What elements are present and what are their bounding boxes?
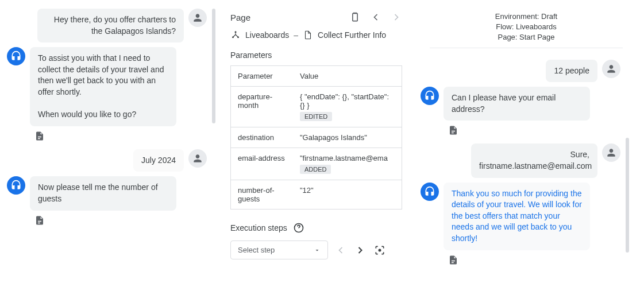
document-icon — [448, 125, 458, 135]
user-avatar — [602, 143, 620, 162]
document-icon — [34, 215, 45, 226]
message-bubble: July 2024 — [133, 149, 184, 172]
headset-icon — [424, 90, 435, 102]
table-row: destination "Galapagos Islands" — [231, 127, 402, 148]
table-row: email-address "firstname.lastname@emaADD… — [231, 148, 402, 180]
help-icon[interactable] — [293, 222, 304, 234]
step-prev-icon[interactable] — [335, 245, 346, 256]
caret-down-icon — [314, 247, 321, 254]
message-bubble: Hey there, do you offer charters to the … — [37, 9, 184, 42]
chevron-right-icon[interactable] — [391, 11, 402, 23]
message-bubble: 12 people — [546, 60, 597, 83]
table-row: number-of-guests "12" — [231, 180, 402, 209]
page-icon — [303, 30, 313, 40]
chat-message-user: Hey there, do you offer charters to the … — [7, 9, 218, 42]
chat-message-user: 12 people — [421, 60, 632, 83]
user-avatar — [602, 60, 620, 78]
select-step-dropdown[interactable]: Select step — [230, 240, 328, 259]
headset-icon — [10, 51, 22, 62]
user-avatar — [188, 149, 207, 168]
table-header-param: Parameter — [231, 66, 293, 87]
attachment-row — [421, 125, 632, 135]
breadcrumb: Liveaboards – Collect Further Info — [230, 30, 402, 40]
breadcrumb-separator: – — [294, 30, 298, 40]
breadcrumb-flow[interactable]: Liveaboards — [245, 30, 289, 40]
flow-icon — [230, 30, 241, 40]
focus-icon[interactable] — [374, 245, 385, 256]
message-bubble: Now please tell me the number of guests — [30, 176, 176, 210]
attachment-row — [421, 255, 632, 265]
chat-message-bot: Thank you so much for providing the deta… — [421, 183, 632, 250]
message-bubble: Thank you so much for providing the deta… — [444, 183, 590, 250]
parameters-label: Parameters — [230, 51, 402, 60]
parameters-table: Parameter Value departure-month { "endDa… — [230, 65, 402, 209]
chat-message-user: July 2024 — [7, 149, 218, 172]
person-icon — [606, 147, 617, 158]
chat-message-bot: To assist you with that I need to collec… — [7, 47, 218, 126]
page-header-label: Page — [230, 13, 250, 22]
bot-avatar — [7, 47, 25, 65]
table-header-value: Value — [293, 66, 402, 87]
clipboard-icon[interactable] — [349, 11, 361, 23]
message-bubble: Sure, firstname.lastname@email.com — [471, 143, 597, 177]
person-icon — [192, 153, 203, 164]
svg-point-5 — [379, 249, 380, 251]
person-icon — [606, 63, 617, 75]
chat-message-bot: Can I please have your email address? — [421, 87, 632, 121]
headset-icon — [424, 186, 435, 197]
attachment-row — [7, 215, 218, 226]
person-icon — [192, 12, 203, 24]
breadcrumb-page[interactable]: Collect Further Info — [318, 30, 386, 40]
chip-added: ADDED — [300, 165, 331, 174]
document-icon — [34, 131, 45, 141]
svg-rect-0 — [353, 13, 357, 21]
user-avatar — [188, 9, 207, 27]
headset-icon — [10, 180, 22, 191]
message-bubble: To assist you with that I need to collec… — [30, 47, 176, 126]
table-row: departure-month { "endDate": {}, "startD… — [231, 87, 402, 127]
chevron-left-icon[interactable] — [370, 11, 381, 23]
execution-steps-label: Execution steps — [230, 223, 287, 232]
bot-avatar — [421, 183, 439, 201]
step-next-icon[interactable] — [354, 245, 366, 256]
debug-panel: Page Liveaboards – Collect Further Info … — [218, 0, 414, 291]
svg-point-1 — [235, 31, 237, 33]
scrollbar[interactable] — [626, 138, 629, 253]
bot-avatar — [7, 176, 25, 195]
chip-edited: EDITED — [300, 112, 332, 121]
attachment-row — [7, 131, 218, 141]
chat-message-user: Sure, firstname.lastname@email.com — [421, 143, 632, 177]
bot-avatar — [421, 87, 439, 105]
message-bubble: Can I please have your email address? — [444, 87, 590, 121]
chat-panel-right: Environment: Draft Flow: Liveaboards Pag… — [414, 0, 632, 291]
document-icon — [448, 255, 458, 265]
scrollbar[interactable] — [212, 9, 215, 123]
env-header: Environment: Draft Flow: Liveaboards Pag… — [430, 11, 623, 48]
chat-message-bot: Now please tell me the number of guests — [7, 176, 218, 210]
chat-panel-left: Hey there, do you offer charters to the … — [0, 0, 218, 291]
